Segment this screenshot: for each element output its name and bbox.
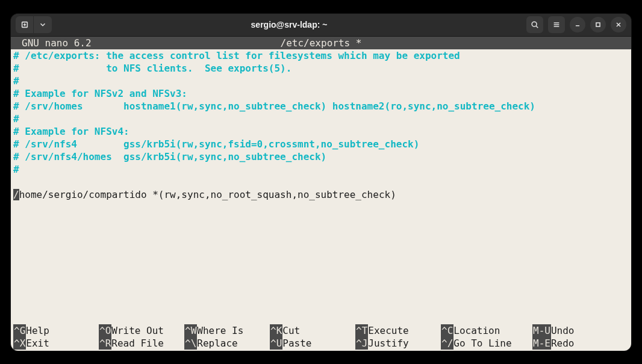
new-tab-icon bbox=[20, 20, 29, 29]
tab-dropdown-button[interactable] bbox=[34, 16, 52, 33]
comment-line: # /srv/nfs4 gss/krb5i(rw,sync,fsid=0,cro… bbox=[13, 138, 419, 150]
window-title: sergio@srv-ldap: ~ bbox=[54, 20, 524, 29]
comment-line: # bbox=[13, 164, 19, 175]
search-button[interactable] bbox=[526, 16, 543, 33]
shortcut-redo: M-E Redo bbox=[532, 337, 593, 350]
shortcut-row-1: ^G Help ^O Write Out ^W Where Is ^K Cut … bbox=[13, 324, 629, 337]
nano-app-name: GNU nano 6.2 bbox=[13, 37, 92, 49]
minimize-button[interactable] bbox=[570, 17, 585, 32]
tab-button-group bbox=[16, 16, 52, 33]
shortcut-replace: ^\ Replace bbox=[184, 337, 270, 350]
titlebar: sergio@srv-ldap: ~ bbox=[11, 14, 631, 37]
shortcut-read-file: ^R Read File bbox=[99, 337, 184, 350]
shortcut-row-2: ^X Exit ^R Read File ^\ Replace ^U Paste… bbox=[13, 337, 629, 350]
comment-line: # /srv/homes hostname1(rw,sync,no_subtre… bbox=[13, 100, 535, 112]
shortcut-undo: M-U Undo bbox=[532, 324, 593, 337]
shortcut-location: ^C Location bbox=[441, 324, 532, 337]
terminal-content[interactable]: GNU nano 6.2 /etc/exports * # /etc/expor… bbox=[11, 37, 631, 351]
comment-line: # Example for NFSv4: bbox=[13, 126, 129, 137]
shortcut-justify: ^J Justify bbox=[355, 337, 441, 350]
search-icon bbox=[531, 20, 539, 29]
hamburger-icon bbox=[552, 20, 561, 29]
titlebar-right bbox=[526, 16, 626, 33]
new-tab-button[interactable] bbox=[16, 16, 34, 33]
maximize-button[interactable] bbox=[590, 17, 606, 32]
shortcut-go-to-line: ^/ Go To Line bbox=[441, 337, 532, 350]
terminal-window: sergio@srv-ldap: ~ GNU nano 6.2 /etc/ex bbox=[11, 14, 631, 351]
menu-button[interactable] bbox=[548, 16, 565, 33]
chevron-down-icon bbox=[39, 20, 47, 29]
svg-line-4 bbox=[536, 26, 538, 28]
shortcut-exit: ^X Exit bbox=[13, 337, 99, 350]
nano-filename: /etc/exports * bbox=[281, 37, 362, 49]
shortcut-execute: ^T Execute bbox=[355, 324, 441, 337]
comment-line: # /etc/exports: the access control list … bbox=[13, 50, 460, 61]
comment-line: # bbox=[13, 75, 19, 87]
editor-content[interactable]: # /etc/exports: the access control list … bbox=[11, 49, 631, 201]
nano-footer: ^G Help ^O Write Out ^W Where Is ^K Cut … bbox=[11, 324, 631, 351]
active-line-text: home/sergio/compartido *(rw,sync,no_root… bbox=[19, 189, 396, 200]
cursor: / bbox=[13, 189, 19, 200]
shortcut-where-is: ^W Where Is bbox=[184, 324, 270, 337]
svg-point-3 bbox=[532, 22, 537, 26]
maximize-icon bbox=[594, 20, 602, 29]
minimize-icon bbox=[573, 20, 582, 29]
comment-line: # bbox=[13, 113, 19, 125]
shortcut-help: ^G Help bbox=[13, 324, 99, 337]
close-icon bbox=[614, 20, 623, 29]
comment-line: # Example for NFSv2 and NFSv3: bbox=[13, 88, 187, 99]
shortcut-paste: ^U Paste bbox=[270, 337, 355, 350]
svg-rect-9 bbox=[596, 23, 600, 26]
shortcut-write-out: ^O Write Out bbox=[99, 324, 184, 337]
shortcut-cut: ^K Cut bbox=[270, 324, 355, 337]
comment-line: # /srv/nfs4/homes gss/krb5i(rw,sync,no_s… bbox=[13, 151, 326, 162]
close-button[interactable] bbox=[611, 17, 626, 32]
titlebar-left bbox=[16, 16, 52, 33]
comment-line: # to NFS clients. See exports(5). bbox=[13, 63, 291, 74]
nano-header: GNU nano 6.2 /etc/exports * bbox=[11, 37, 631, 49]
